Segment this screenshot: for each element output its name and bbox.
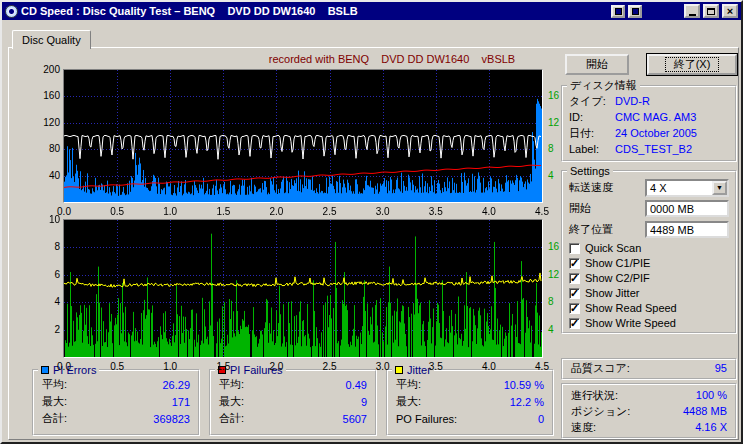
stat-label: 最大: <box>396 394 421 409</box>
stat-value: 369823 <box>153 413 190 425</box>
disc-date-value: 24 October 2005 <box>615 127 697 139</box>
axis-tick-label: 0.5 <box>103 361 131 372</box>
progress-label: 進行状況: <box>571 388 618 403</box>
disc-type-label: タイプ: <box>569 94 615 109</box>
pi-failures-stats-group: PI Failures 平均:0.49 最大:9 合計:5607 <box>209 364 377 436</box>
axis-tick-label: 0.0 <box>50 361 78 372</box>
titlebar-extra-button-1[interactable] <box>611 5 625 18</box>
speed-row: 速度:4.16 X <box>563 419 735 435</box>
axis-tick-label: 40 <box>30 170 60 181</box>
pi-errors-stats-group: PI Errors 平均:26.29 最大:171 合計:369823 <box>32 364 200 436</box>
transfer-speed-label: 転送速度 <box>569 180 613 195</box>
app-icon <box>5 5 18 18</box>
disc-label-value: CDS_TEST_B2 <box>615 143 692 155</box>
checkbox-show-read-speed[interactable]: ✓Show Read Speed <box>563 301 735 315</box>
pi-errors-chart <box>63 69 543 203</box>
axis-tick-label: 16 <box>548 241 572 252</box>
disc-type-row: タイプ:DVD-R <box>563 93 735 109</box>
axis-tick-label: 4 <box>548 324 572 335</box>
axis-tick-label: 1.5 <box>209 206 237 217</box>
minimize-button[interactable] <box>684 4 700 18</box>
stat-label: 合計: <box>42 411 67 426</box>
checkbox-quick-scan[interactable]: Quick Scan <box>563 241 735 255</box>
end-position-label: 終了位置 <box>569 222 613 237</box>
axis-tick-label: 3.0 <box>369 206 397 217</box>
axis-tick-label: 4.0 <box>475 361 503 372</box>
axis-tick-label: 80 <box>30 143 60 154</box>
checkbox-show-c1-pie[interactable]: ✓Show C1/PIE <box>563 256 735 270</box>
tab-disc-quality[interactable]: Disc Quality <box>12 30 91 49</box>
close-icon: × <box>727 6 733 16</box>
exit-button[interactable]: 終了(X) <box>647 54 737 75</box>
stat-row: 最大:9 <box>211 393 375 410</box>
transfer-speed-value: 4 X <box>647 182 712 194</box>
titlebar[interactable]: CD Speed : Disc Quality Test – BENQ DVD … <box>2 2 741 20</box>
axis-tick-label: 3.5 <box>422 361 450 372</box>
minimize-icon <box>689 14 696 16</box>
stat-label: 最大: <box>219 394 244 409</box>
disc-info-title: ディスク情報 <box>567 78 640 93</box>
speed-value: 4.16 X <box>695 421 727 433</box>
pif-jitter-chart <box>63 219 543 358</box>
stat-value: 12.2 % <box>510 396 544 408</box>
disc-date-row: 日付:24 October 2005 <box>563 125 735 141</box>
stat-row: 平均:26.29 <box>34 376 198 393</box>
stat-row: 合計:369823 <box>34 410 198 427</box>
axis-tick-label: 12 <box>548 117 572 128</box>
quality-score-box: 品質スコア: 95 <box>561 358 737 380</box>
axis-tick-label: 16 <box>548 90 572 101</box>
axis-tick-label: 2.0 <box>262 206 290 217</box>
disc-info-group: ディスク情報 タイプ:DVD-R ID:CMC MAG. AM3 日付:24 O… <box>561 78 737 162</box>
start-position-row: 開始 <box>563 198 735 219</box>
checkbox-label: Show Read Speed <box>585 302 677 314</box>
checkbox-box[interactable]: ✓ <box>569 258 580 269</box>
checkbox-show-jitter[interactable]: ✓Show Jitter <box>563 286 735 300</box>
position-value: 4488 MB <box>683 405 727 417</box>
axis-tick-label: 120 <box>30 117 60 128</box>
titlebar-extra-button-2[interactable] <box>628 5 642 18</box>
window-mini-icon <box>632 8 639 15</box>
chevron-down-icon[interactable]: ▼ <box>712 181 727 195</box>
jitter-stats-group: Jitter 平均:10.59 % 最大:12.2 % PO Failures:… <box>386 364 554 436</box>
progress-row: 進行状況:100 % <box>563 387 735 403</box>
axis-tick-label: 2.5 <box>316 206 344 217</box>
disc-id-row: ID:CMC MAG. AM3 <box>563 109 735 125</box>
start-scan-button[interactable]: 開始 <box>565 54 629 75</box>
disc-id-label: ID: <box>569 111 615 123</box>
maximize-button[interactable] <box>703 4 719 18</box>
checkbox-label: Show C2/PIF <box>585 272 650 284</box>
start-position-field[interactable] <box>645 200 729 217</box>
end-position-field[interactable] <box>645 221 729 238</box>
stat-row: 合計:5607 <box>211 410 375 427</box>
checkbox-label: Show C1/PIE <box>585 257 650 269</box>
disc-type-value: DVD-R <box>615 95 650 107</box>
axis-tick-label: 2.0 <box>262 361 290 372</box>
stat-row: 最大:171 <box>34 393 198 410</box>
checkbox-show-c2-pif[interactable]: ✓Show C2/PIF <box>563 271 735 285</box>
stat-value: 9 <box>361 396 367 408</box>
close-button[interactable]: × <box>722 4 738 18</box>
axis-tick-label: 1.5 <box>209 361 237 372</box>
axis-tick-label: 4.0 <box>475 206 503 217</box>
axis-tick-label: 10 <box>30 214 60 225</box>
position-row: ポジション:4488 MB <box>563 403 735 419</box>
progress-value: 100 % <box>696 389 727 401</box>
stat-label: 平均: <box>396 377 421 392</box>
stat-row: 最大:12.2 % <box>388 393 552 410</box>
checkbox-label: Quick Scan <box>585 242 641 254</box>
stat-label: 最大: <box>42 394 67 409</box>
quality-score-value: 95 <box>715 362 727 374</box>
checkbox-label: Show Jitter <box>585 287 639 299</box>
stat-value: 0.49 <box>346 379 367 391</box>
axis-tick-label: 0.5 <box>103 206 131 217</box>
axis-tick-label: 8 <box>548 296 572 307</box>
stat-label: 平均: <box>42 377 67 392</box>
window-mini-icon <box>615 8 622 15</box>
end-position-row: 終了位置 <box>563 219 735 240</box>
checkbox-show-write-speed[interactable]: ✓Show Write Speed <box>563 316 735 330</box>
axis-tick-label: 4.5 <box>528 206 556 217</box>
stat-label: PO Failures: <box>396 413 457 425</box>
transfer-speed-select[interactable]: 4 X ▼ <box>645 179 729 197</box>
axis-tick-label: 4 <box>548 170 572 181</box>
axis-tick-label: 3.0 <box>369 361 397 372</box>
